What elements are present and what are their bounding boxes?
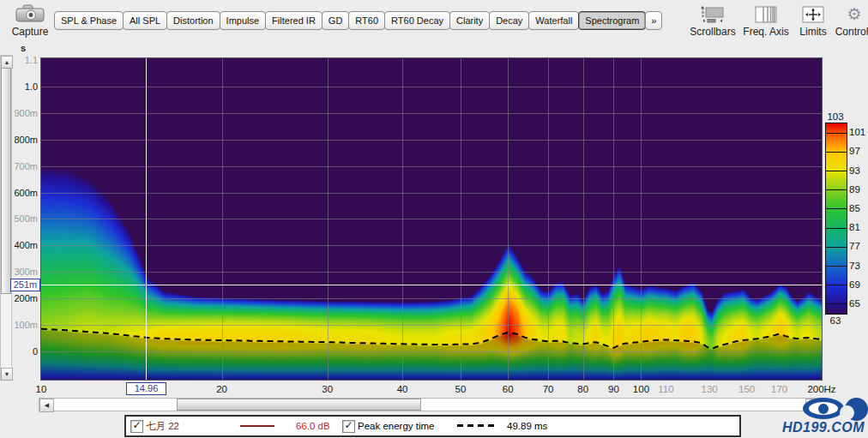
scrollbars-button[interactable]: Scrollbars: [687, 4, 738, 38]
colorbar-max-label: 103: [823, 111, 847, 122]
freq-tick-30: 30: [300, 384, 355, 395]
vertical-scrollbar[interactable]: ▲ ▼: [0, 55, 12, 381]
colorbar-separator: [826, 152, 847, 153]
tab-filtered-ir[interactable]: Filtered IR: [265, 11, 322, 30]
horizontal-scrollbar[interactable]: ◀ ▶: [39, 398, 821, 411]
scrollbars-icon: [700, 6, 726, 23]
colorbar-separator: [826, 228, 847, 229]
tab-spectrogram[interactable]: Spectrogram: [578, 11, 646, 30]
freq-axis-button[interactable]: Freq. Axis: [739, 4, 793, 38]
tab-[interactable]: »: [645, 11, 662, 30]
legend-value-0: 66.0 dB: [296, 417, 330, 435]
tab-impulse[interactable]: Impulse: [220, 11, 267, 30]
graph-tab-bar: SPL & PhaseAll SPLDistortionImpulseFilte…: [54, 11, 661, 30]
time-axis-unit: s: [17, 43, 29, 53]
colorbar-separator: [826, 208, 847, 209]
scrollbars-label: Scrollbars: [687, 26, 738, 38]
vertical-scrollbar-thumb[interactable]: [1, 68, 11, 294]
colorbar-label-77: 77: [849, 241, 868, 251]
colorbar-separator: [826, 266, 847, 267]
colorbar-label-97: 97: [849, 146, 868, 156]
tab-distortion[interactable]: Distortion: [166, 11, 220, 30]
tab-gd[interactable]: GD: [322, 11, 350, 30]
legend-checkbox-1[interactable]: ✓: [342, 420, 355, 433]
freq-tick-40: 40: [375, 384, 430, 395]
freq-tick-10: 10: [14, 384, 69, 395]
colorbar-separator: [826, 133, 847, 134]
tab-decay[interactable]: Decay: [489, 11, 529, 30]
colorbar-separator: [826, 171, 847, 171]
legend-swatch-0: [240, 425, 274, 427]
tab-waterfall[interactable]: Waterfall: [528, 11, 579, 30]
colorbar-min-label: 63: [823, 315, 847, 326]
tab-clarity[interactable]: Clarity: [449, 11, 490, 30]
legend-bar: ✓七月 2266.0 dB✓Peak energy time49.89 ms: [124, 415, 741, 437]
scroll-down-button[interactable]: ▼: [1, 368, 13, 381]
colorbar-label-73: 73: [849, 261, 868, 271]
freq-tick-20: 20: [195, 384, 250, 395]
tab-rt60-decay[interactable]: RT60 Decay: [384, 11, 450, 30]
colorbar-label-93: 93: [849, 165, 868, 176]
spectrogram-canvas[interactable]: [41, 58, 822, 380]
colorbar-label-65: 65: [849, 298, 868, 309]
hd199-eye-logo: [803, 398, 844, 419]
colorbar-separator: [826, 285, 847, 285]
tab-rt60[interactable]: RT60: [348, 11, 385, 30]
freq-cursor-readout: 14.96: [126, 382, 166, 395]
time-cursor-readout: 251m: [10, 279, 40, 291]
controls-button[interactable]: ⚙ Controls: [832, 4, 868, 38]
capture-button[interactable]: Capture: [5, 4, 55, 38]
colorbar-label-81: 81: [849, 222, 868, 232]
colorbar-label-89: 89: [849, 184, 868, 195]
limits-label: Limits: [793, 26, 833, 38]
limits-button[interactable]: Limits: [793, 4, 833, 38]
freq-axis-icon: [755, 6, 777, 23]
tab-spl-phase[interactable]: SPL & Phase: [54, 11, 124, 30]
db-color-scale: [825, 123, 847, 315]
scroll-left-button[interactable]: ◀: [39, 399, 54, 412]
legend-value-1: 49.89 ms: [507, 417, 547, 435]
tab-all-spl[interactable]: All SPL: [123, 11, 167, 30]
limits-icon: [802, 6, 824, 23]
colorbar-separator: [826, 189, 847, 190]
colorbar-label-85: 85: [849, 203, 868, 213]
legend-checkbox-0[interactable]: ✓: [130, 420, 143, 433]
hd199-swoosh: [845, 398, 868, 421]
camera-icon: [15, 4, 45, 23]
gear-icon: ⚙: [847, 6, 861, 23]
legend-swatch-1: [457, 424, 495, 427]
legend-label-0: 七月 22: [146, 417, 179, 435]
colorbar-separator: [826, 247, 847, 248]
colorbar-separator: [826, 303, 847, 304]
scroll-up-button[interactable]: ▲: [1, 56, 13, 69]
hd199-text: HD199.COM: [782, 420, 865, 435]
legend-label-1: Peak energy time: [358, 417, 435, 435]
spectrogram-plot[interactable]: [40, 57, 823, 381]
capture-label: Capture: [5, 26, 55, 38]
hd199-watermark: HD199.COM: [765, 393, 868, 438]
freq-axis-label: Freq. Axis: [739, 26, 793, 38]
rew-spectrogram-window: Capture SPL & PhaseAll SPLDistortionImpu…: [0, 0, 868, 438]
horizontal-scrollbar-thumb[interactable]: [177, 399, 421, 411]
controls-label: Controls: [832, 26, 868, 38]
colorbar-label-69: 69: [849, 279, 868, 290]
colorbar-label-101: 101: [849, 127, 868, 137]
